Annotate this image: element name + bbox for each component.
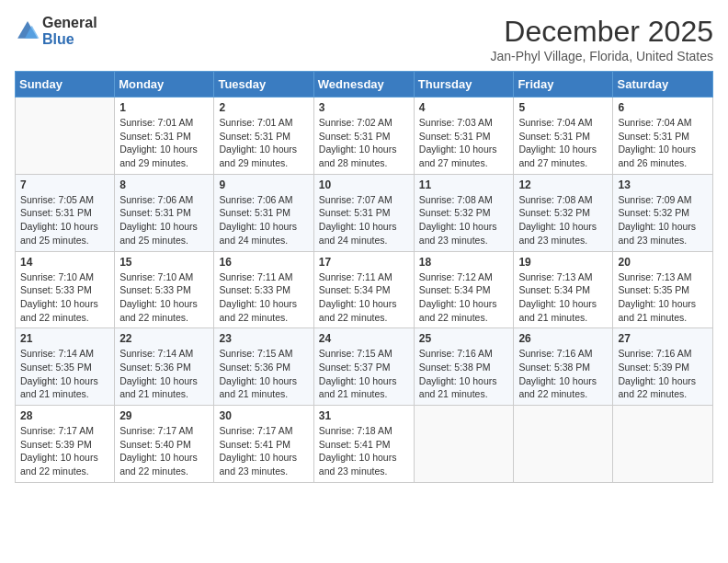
calendar-cell: 25Sunrise: 7:16 AMSunset: 5:38 PMDayligh… bbox=[414, 328, 514, 406]
day-info: Sunrise: 7:04 AMSunset: 5:31 PMDaylight:… bbox=[518, 116, 608, 170]
day-number: 31 bbox=[319, 409, 409, 422]
col-monday: Monday bbox=[115, 72, 214, 98]
day-number: 14 bbox=[20, 256, 109, 269]
day-number: 16 bbox=[219, 256, 308, 269]
day-info: Sunrise: 7:01 AMSunset: 5:31 PMDaylight:… bbox=[119, 116, 209, 170]
day-number: 8 bbox=[119, 178, 209, 191]
day-number: 27 bbox=[618, 332, 708, 345]
day-info: Sunrise: 7:10 AMSunset: 5:33 PMDaylight:… bbox=[20, 270, 109, 325]
day-number: 25 bbox=[419, 332, 509, 345]
day-number: 10 bbox=[319, 178, 409, 191]
day-info: Sunrise: 7:12 AMSunset: 5:34 PMDaylight:… bbox=[419, 270, 509, 325]
calendar-week-4: 21Sunrise: 7:14 AMSunset: 5:35 PMDayligh… bbox=[16, 328, 713, 406]
calendar-cell: 9Sunrise: 7:06 AMSunset: 5:31 PMDaylight… bbox=[214, 174, 313, 251]
calendar-cell: 15Sunrise: 7:10 AMSunset: 5:33 PMDayligh… bbox=[115, 251, 214, 328]
day-number: 12 bbox=[518, 178, 608, 191]
day-info: Sunrise: 7:17 AMSunset: 5:41 PMDaylight:… bbox=[219, 424, 308, 478]
day-info: Sunrise: 7:15 AMSunset: 5:37 PMDaylight:… bbox=[319, 347, 409, 401]
calendar-cell: 4Sunrise: 7:03 AMSunset: 5:31 PMDaylight… bbox=[414, 98, 514, 175]
calendar-cell: 29Sunrise: 7:17 AMSunset: 5:40 PMDayligh… bbox=[115, 406, 214, 483]
calendar-table: Sunday Monday Tuesday Wednesday Thursday… bbox=[15, 71, 713, 483]
day-info: Sunrise: 7:17 AMSunset: 5:39 PMDaylight:… bbox=[20, 424, 109, 478]
calendar-cell: 18Sunrise: 7:12 AMSunset: 5:34 PMDayligh… bbox=[414, 251, 514, 328]
calendar-week-1: 1Sunrise: 7:01 AMSunset: 5:31 PMDaylight… bbox=[16, 98, 713, 175]
day-number: 13 bbox=[618, 178, 708, 191]
calendar-header-row: Sunday Monday Tuesday Wednesday Thursday… bbox=[16, 72, 713, 98]
day-info: Sunrise: 7:14 AMSunset: 5:36 PMDaylight:… bbox=[119, 347, 209, 401]
day-info: Sunrise: 7:16 AMSunset: 5:38 PMDaylight:… bbox=[419, 347, 509, 401]
calendar-cell: 5Sunrise: 7:04 AMSunset: 5:31 PMDaylight… bbox=[514, 98, 613, 175]
calendar-cell: 1Sunrise: 7:01 AMSunset: 5:31 PMDaylight… bbox=[115, 98, 214, 175]
calendar-cell: 26Sunrise: 7:16 AMSunset: 5:38 PMDayligh… bbox=[514, 328, 613, 406]
day-info: Sunrise: 7:13 AMSunset: 5:34 PMDaylight:… bbox=[518, 270, 608, 325]
day-number: 9 bbox=[219, 178, 308, 191]
logo-blue: Blue bbox=[42, 31, 97, 48]
calendar-cell: 14Sunrise: 7:10 AMSunset: 5:33 PMDayligh… bbox=[16, 251, 115, 328]
day-number: 15 bbox=[119, 256, 209, 269]
calendar-cell: 19Sunrise: 7:13 AMSunset: 5:34 PMDayligh… bbox=[514, 251, 613, 328]
calendar-cell: 21Sunrise: 7:14 AMSunset: 5:35 PMDayligh… bbox=[16, 328, 115, 406]
day-number: 6 bbox=[618, 101, 708, 114]
calendar-week-5: 28Sunrise: 7:17 AMSunset: 5:39 PMDayligh… bbox=[16, 406, 713, 483]
calendar-cell: 16Sunrise: 7:11 AMSunset: 5:33 PMDayligh… bbox=[214, 251, 313, 328]
calendar-cell bbox=[414, 406, 514, 483]
day-info: Sunrise: 7:05 AMSunset: 5:31 PMDaylight:… bbox=[20, 193, 109, 247]
day-info: Sunrise: 7:11 AMSunset: 5:34 PMDaylight:… bbox=[319, 270, 409, 325]
day-info: Sunrise: 7:01 AMSunset: 5:31 PMDaylight:… bbox=[219, 116, 308, 170]
day-number: 4 bbox=[419, 101, 509, 114]
calendar-cell bbox=[514, 406, 613, 483]
logo-general: General bbox=[42, 15, 97, 31]
day-info: Sunrise: 7:16 AMSunset: 5:38 PMDaylight:… bbox=[518, 347, 608, 401]
day-info: Sunrise: 7:13 AMSunset: 5:35 PMDaylight:… bbox=[618, 270, 708, 325]
col-sunday: Sunday bbox=[16, 72, 115, 98]
page-header: General Blue December 2025 Jan-Phyl Vill… bbox=[15, 15, 713, 63]
calendar-cell: 10Sunrise: 7:07 AMSunset: 5:31 PMDayligh… bbox=[313, 174, 414, 251]
day-info: Sunrise: 7:06 AMSunset: 5:31 PMDaylight:… bbox=[219, 193, 308, 247]
calendar-cell: 30Sunrise: 7:17 AMSunset: 5:41 PMDayligh… bbox=[214, 406, 313, 483]
day-number: 20 bbox=[618, 256, 708, 269]
calendar-week-2: 7Sunrise: 7:05 AMSunset: 5:31 PMDaylight… bbox=[16, 174, 713, 251]
calendar-cell bbox=[16, 98, 115, 175]
day-number: 2 bbox=[219, 101, 308, 114]
day-info: Sunrise: 7:07 AMSunset: 5:31 PMDaylight:… bbox=[319, 193, 409, 247]
calendar-cell: 8Sunrise: 7:06 AMSunset: 5:31 PMDaylight… bbox=[115, 174, 214, 251]
day-number: 29 bbox=[119, 409, 209, 422]
logo-text: General Blue bbox=[42, 15, 97, 48]
day-info: Sunrise: 7:06 AMSunset: 5:31 PMDaylight:… bbox=[119, 193, 209, 247]
day-number: 1 bbox=[119, 101, 209, 114]
col-thursday: Thursday bbox=[414, 72, 514, 98]
day-number: 18 bbox=[419, 256, 509, 269]
month-title: December 2025 bbox=[490, 15, 713, 49]
calendar-cell: 24Sunrise: 7:15 AMSunset: 5:37 PMDayligh… bbox=[313, 328, 414, 406]
day-info: Sunrise: 7:14 AMSunset: 5:35 PMDaylight:… bbox=[20, 347, 109, 401]
day-info: Sunrise: 7:02 AMSunset: 5:31 PMDaylight:… bbox=[319, 116, 409, 170]
day-number: 19 bbox=[518, 256, 608, 269]
day-number: 21 bbox=[20, 332, 109, 345]
day-number: 3 bbox=[319, 101, 409, 114]
calendar-cell: 28Sunrise: 7:17 AMSunset: 5:39 PMDayligh… bbox=[16, 406, 115, 483]
day-info: Sunrise: 7:17 AMSunset: 5:40 PMDaylight:… bbox=[119, 424, 209, 478]
calendar-cell: 12Sunrise: 7:08 AMSunset: 5:32 PMDayligh… bbox=[514, 174, 613, 251]
day-number: 5 bbox=[518, 101, 608, 114]
calendar-cell: 13Sunrise: 7:09 AMSunset: 5:32 PMDayligh… bbox=[613, 174, 713, 251]
day-number: 11 bbox=[419, 178, 509, 191]
day-info: Sunrise: 7:18 AMSunset: 5:41 PMDaylight:… bbox=[319, 424, 409, 478]
calendar-cell: 11Sunrise: 7:08 AMSunset: 5:32 PMDayligh… bbox=[414, 174, 514, 251]
day-number: 7 bbox=[20, 178, 109, 191]
day-info: Sunrise: 7:08 AMSunset: 5:32 PMDaylight:… bbox=[419, 193, 509, 247]
logo: General Blue bbox=[15, 15, 97, 48]
day-number: 28 bbox=[20, 409, 109, 422]
day-number: 24 bbox=[319, 332, 409, 345]
calendar-cell: 7Sunrise: 7:05 AMSunset: 5:31 PMDaylight… bbox=[16, 174, 115, 251]
day-number: 17 bbox=[319, 256, 409, 269]
calendar-cell: 27Sunrise: 7:16 AMSunset: 5:39 PMDayligh… bbox=[613, 328, 713, 406]
col-wednesday: Wednesday bbox=[313, 72, 414, 98]
col-friday: Friday bbox=[514, 72, 613, 98]
day-info: Sunrise: 7:04 AMSunset: 5:31 PMDaylight:… bbox=[618, 116, 708, 170]
day-info: Sunrise: 7:10 AMSunset: 5:33 PMDaylight:… bbox=[119, 270, 209, 325]
calendar-cell bbox=[613, 406, 713, 483]
col-saturday: Saturday bbox=[613, 72, 713, 98]
calendar-cell: 22Sunrise: 7:14 AMSunset: 5:36 PMDayligh… bbox=[115, 328, 214, 406]
day-number: 26 bbox=[518, 332, 608, 345]
location: Jan-Phyl Village, Florida, United States bbox=[490, 49, 713, 63]
